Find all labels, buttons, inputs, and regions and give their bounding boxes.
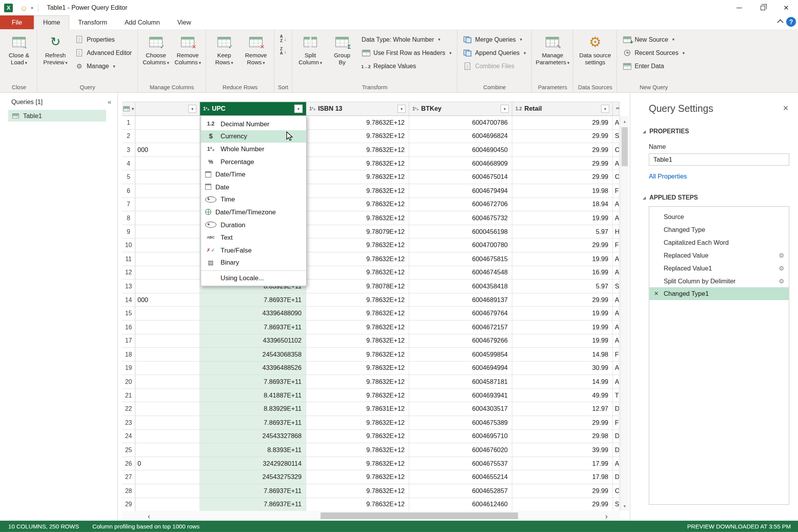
collapse-triangle-icon[interactable]: ◢ (643, 195, 646, 200)
cell[interactable]: 9.78632E+12 (306, 252, 410, 266)
applied-step-changed-type1[interactable]: ✕Changed Type1 (649, 287, 789, 300)
filter-button[interactable]: ▾ (188, 105, 196, 113)
cell[interactable]: 6004679494 (409, 184, 512, 198)
cell[interactable]: 7.86937E+11 (200, 320, 306, 334)
cell[interactable] (135, 416, 200, 430)
cell[interactable]: 6004695710 (409, 430, 512, 444)
cell[interactable]: 17.98 (512, 471, 613, 484)
menu-item-using-locale[interactable]: Using Locale... (201, 270, 306, 285)
tab-add-column[interactable]: Add Column (116, 15, 168, 29)
cell[interactable] (135, 266, 200, 279)
cell[interactable]: 6004700786 (409, 116, 512, 129)
cell[interactable]: 19.99 (512, 252, 613, 266)
cell[interactable] (135, 116, 200, 129)
cell[interactable]: 30.99 (512, 362, 613, 375)
cell[interactable]: 14.99 (512, 375, 613, 389)
cell[interactable]: 9.78632E+12 (306, 389, 410, 403)
row-number[interactable]: 24 (122, 430, 135, 444)
cell[interactable]: 43396488090 (200, 307, 306, 320)
properties-button[interactable]: Properties (71, 33, 136, 46)
cell[interactable]: 7.86937E+11 (200, 375, 306, 389)
cell[interactable]: A (613, 293, 620, 307)
cell[interactable] (135, 129, 200, 143)
cell[interactable]: 9.78632E+12 (306, 320, 410, 334)
replace-values-button[interactable]: Replace Values (358, 60, 455, 73)
cell[interactable]: 9.78632E+12 (306, 457, 410, 471)
cell[interactable]: 32429280114 (200, 457, 306, 471)
restore-button[interactable] (751, 0, 775, 15)
row-number[interactable]: 12 (122, 266, 135, 279)
cell[interactable]: 6004675014 (409, 170, 512, 184)
data-source-settings-button[interactable]: Data source settings (576, 31, 614, 83)
cell[interactable]: 6004693941 (409, 389, 512, 403)
cell[interactable]: 9.78632E+12 (306, 498, 410, 512)
cell[interactable]: C (613, 143, 620, 157)
cell[interactable]: 19.99 (512, 307, 613, 320)
cell[interactable]: 9.78632E+12 (306, 129, 410, 143)
row-number[interactable]: 11 (122, 252, 135, 266)
advanced-editor-button[interactable]: Advanced Editor (71, 46, 136, 59)
cell[interactable]: 29.99 (512, 116, 613, 129)
cell[interactable]: A (613, 252, 620, 266)
applied-step-replaced-value1[interactable]: Replaced Value1⚙ (649, 262, 789, 274)
remove-rows-button[interactable]: ✕ Remove Rows▾ (240, 31, 272, 83)
cell[interactable]: 29.99 (512, 239, 613, 252)
merge-queries-button[interactable]: Merge Queries ▾ (460, 33, 530, 46)
tab-view[interactable]: View (169, 15, 200, 29)
row-number[interactable]: 26 (122, 457, 135, 471)
cell[interactable]: D (613, 471, 620, 484)
cell[interactable]: 7.86937E+11 (200, 498, 306, 512)
row-number[interactable]: 27 (122, 471, 135, 484)
cell[interactable]: 39.99 (512, 444, 613, 457)
cell[interactable]: 6004690450 (409, 143, 512, 157)
split-column-button[interactable]: Split Column▾ (295, 31, 327, 83)
enter-data-button[interactable]: Enter Data (619, 60, 688, 73)
column-header-blank5[interactable]: ᴬᴮC (613, 102, 620, 116)
cell[interactable]: 6004674548 (409, 266, 512, 279)
cell[interactable] (135, 389, 200, 403)
use-first-row-as-headers-button[interactable]: Use First Row as Headers ▾ (358, 46, 455, 59)
sort-ascending-button[interactable]: A Z↓ (277, 33, 290, 45)
cell[interactable]: 9.78632E+12 (306, 348, 410, 362)
refresh-preview-button[interactable]: Refresh Preview▾ (39, 31, 71, 83)
cell[interactable]: 19.99 (512, 334, 613, 348)
cell[interactable]: S (613, 498, 620, 512)
column-header-upc[interactable]: 1²₃UPC▾ (200, 102, 306, 116)
cell[interactable]: 6004700780 (409, 239, 512, 252)
menu-item-percentage[interactable]: %Percentage (201, 156, 306, 168)
menu-item-true-false[interactable]: True/False (201, 244, 306, 256)
choose-columns-button[interactable]: ✓ Choose Columns▾ (140, 31, 172, 83)
cell[interactable]: 6004675389 (409, 416, 512, 430)
cell[interactable]: 9.78632E+12 (306, 471, 410, 484)
minimize-button[interactable] (727, 0, 751, 15)
cell[interactable]: 9.78632E+12 (306, 362, 410, 375)
cell[interactable]: 6004679764 (409, 307, 512, 320)
gear-icon[interactable]: ⚙ (779, 277, 784, 284)
vertical-scrollbar[interactable]: ▲ ▼ (620, 116, 629, 511)
cell[interactable]: 6004655214 (409, 471, 512, 484)
cell[interactable] (135, 279, 200, 293)
close-button[interactable] (774, 0, 798, 15)
column-header-retail[interactable]: 1.2Retail▾ (512, 102, 613, 116)
cell[interactable] (135, 348, 200, 362)
cell[interactable]: 9.78632E+12 (306, 416, 410, 430)
menu-item-time[interactable]: Time (201, 193, 306, 206)
cell[interactable]: 43396488526 (200, 362, 306, 375)
row-number[interactable]: 29 (122, 498, 135, 512)
cell[interactable]: 49.99 (512, 389, 613, 403)
row-number[interactable]: 25 (122, 444, 135, 457)
cell[interactable]: 9.78632E+12 (306, 266, 410, 279)
cell[interactable]: 6004679266 (409, 334, 512, 348)
cell[interactable]: 6004672706 (409, 198, 512, 211)
row-number[interactable]: 10 (122, 239, 135, 252)
cell[interactable] (135, 430, 200, 444)
cell[interactable]: A (613, 320, 620, 334)
filter-button[interactable]: ▾ (397, 105, 406, 113)
cell[interactable]: 18.94 (512, 198, 613, 211)
menu-item-binary[interactable]: Binary (201, 256, 306, 269)
cell[interactable]: 6004689137 (409, 293, 512, 307)
menu-item-duration[interactable]: Duration (201, 218, 306, 231)
cell[interactable]: H (613, 225, 620, 239)
keep-rows-button[interactable]: ✓ Keep Rows▾ (208, 31, 240, 83)
cell[interactable]: 0 (135, 457, 200, 471)
